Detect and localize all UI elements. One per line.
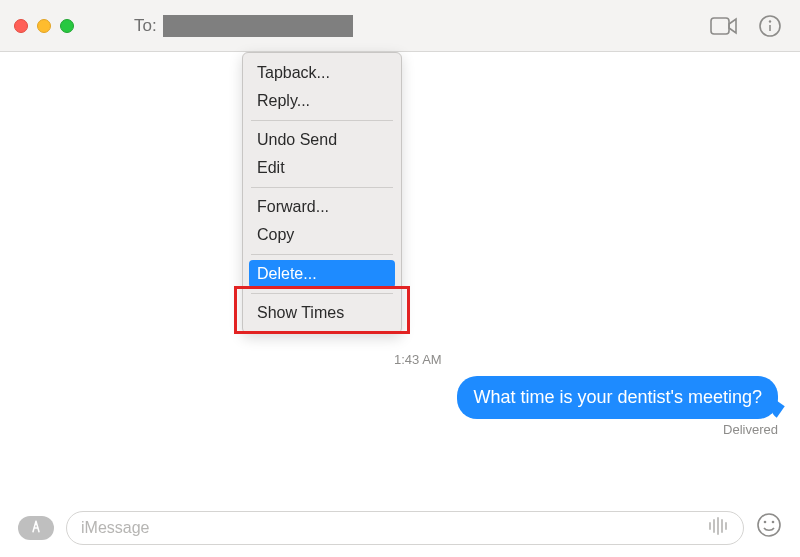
- menu-item-undo-send[interactable]: Undo Send: [243, 126, 401, 154]
- message-input[interactable]: iMessage: [66, 511, 744, 545]
- outgoing-message-bubble[interactable]: What time is your dentist's meeting?: [457, 376, 778, 419]
- conversation-area: Tapback... Reply... Undo Send Edit Forwa…: [0, 52, 800, 499]
- menu-separator: [251, 187, 393, 188]
- window-controls: [14, 19, 74, 33]
- menu-item-reply[interactable]: Reply...: [243, 87, 401, 115]
- menu-item-copy[interactable]: Copy: [243, 221, 401, 249]
- context-menu: Tapback... Reply... Undo Send Edit Forwa…: [242, 52, 402, 334]
- message-input-placeholder: iMessage: [81, 519, 149, 537]
- delivery-status: Delivered: [723, 422, 778, 437]
- compose-bar: iMessage: [0, 499, 800, 557]
- message-timestamp: 1:43 AM: [394, 352, 442, 367]
- svg-point-9: [758, 514, 780, 536]
- close-window-button[interactable]: [14, 19, 28, 33]
- menu-item-edit[interactable]: Edit: [243, 154, 401, 182]
- menu-separator: [251, 120, 393, 121]
- info-icon[interactable]: [756, 12, 784, 40]
- menu-item-tapback[interactable]: Tapback...: [243, 59, 401, 87]
- minimize-window-button[interactable]: [37, 19, 51, 33]
- to-recipient-redacted: [163, 15, 353, 37]
- fullscreen-window-button[interactable]: [60, 19, 74, 33]
- facetime-icon[interactable]: [710, 12, 738, 40]
- apps-button[interactable]: [18, 516, 54, 540]
- svg-rect-0: [711, 18, 729, 34]
- svg-point-2: [769, 20, 771, 22]
- titlebar: To:: [0, 0, 800, 52]
- to-label: To:: [134, 16, 157, 36]
- menu-separator: [251, 293, 393, 294]
- emoji-picker-icon[interactable]: [756, 512, 782, 544]
- to-field[interactable]: To:: [134, 15, 353, 37]
- menu-item-forward[interactable]: Forward...: [243, 193, 401, 221]
- menu-separator: [251, 254, 393, 255]
- audio-message-icon[interactable]: [707, 517, 731, 539]
- outgoing-message-text: What time is your dentist's meeting?: [473, 387, 762, 407]
- menu-item-show-times[interactable]: Show Times: [243, 299, 401, 327]
- svg-point-11: [772, 521, 775, 524]
- svg-point-10: [764, 521, 767, 524]
- menu-item-delete[interactable]: Delete...: [249, 260, 395, 288]
